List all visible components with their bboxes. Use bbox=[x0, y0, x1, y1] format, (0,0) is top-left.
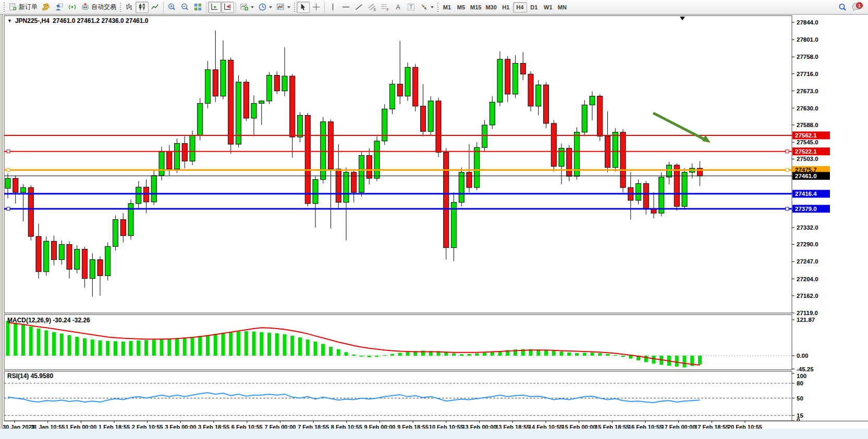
timeframe-m5-button[interactable]: M5 bbox=[454, 2, 468, 12]
candle-body-bull bbox=[313, 180, 318, 204]
notifications-icon: 1 bbox=[851, 2, 864, 12]
macd-histogram-bar bbox=[160, 339, 164, 356]
macd-histogram-bar bbox=[698, 356, 702, 365]
macd-histogram-bar bbox=[144, 340, 148, 356]
candle-body-bull bbox=[390, 84, 395, 109]
macd-histogram-bar bbox=[552, 350, 556, 356]
timeframe-h1-button[interactable]: H1 bbox=[499, 2, 513, 12]
line-chart-icon bbox=[151, 3, 160, 11]
candle-body-bear bbox=[97, 260, 103, 276]
chart-canvas[interactable]: 27844.027801.027758.027716.027673.027630… bbox=[0, 15, 868, 439]
periods-button[interactable] bbox=[256, 2, 274, 13]
fibonacci-button[interactable]: F bbox=[378, 2, 392, 13]
candle bbox=[497, 51, 503, 106]
timeframe-mn-button[interactable]: MN bbox=[555, 2, 569, 12]
line-anchor-handle[interactable] bbox=[7, 168, 10, 171]
crosshair-icon bbox=[312, 3, 321, 11]
macd-histogram-bar bbox=[14, 323, 17, 356]
candle-body-bull bbox=[21, 187, 26, 192]
candlestick-chart-button[interactable] bbox=[136, 2, 149, 13]
crosshair-button[interactable] bbox=[310, 2, 323, 13]
toolbar-grip bbox=[437, 2, 439, 12]
candle-body-bull bbox=[428, 101, 433, 131]
macd-histogram-bar bbox=[121, 342, 125, 356]
horizontal-line-icon bbox=[341, 3, 350, 11]
candle-body-bear bbox=[421, 106, 426, 131]
text-tool-button[interactable]: A bbox=[392, 2, 405, 13]
macd-histogram-bar bbox=[652, 356, 656, 363]
macd-histogram-bar bbox=[68, 335, 71, 356]
chart-symbol-period: JPN225-,H4 bbox=[15, 17, 50, 24]
candle-body-bear bbox=[567, 148, 572, 177]
zoom-in-button[interactable] bbox=[165, 2, 178, 13]
macd-histogram-bar bbox=[398, 353, 402, 356]
candle-body-bear bbox=[544, 85, 549, 123]
macd-histogram-bar bbox=[567, 353, 571, 356]
timeframe-m1-button[interactable]: M1 bbox=[440, 2, 454, 12]
candle-body-bull bbox=[482, 125, 487, 147]
search-button[interactable] bbox=[836, 2, 849, 13]
candle bbox=[459, 168, 464, 207]
candle bbox=[582, 100, 587, 136]
arrows-tool-button[interactable] bbox=[418, 2, 436, 13]
add-indicator-button[interactable] bbox=[238, 2, 256, 13]
label-tool-button[interactable]: T bbox=[405, 2, 418, 13]
line-anchor-handle[interactable] bbox=[7, 150, 10, 153]
candle-body-bear bbox=[82, 249, 88, 279]
macd-histogram-bar bbox=[321, 344, 325, 356]
signal-icon bbox=[68, 3, 77, 11]
line-anchor-handle[interactable] bbox=[7, 207, 10, 210]
price-axis[interactable] bbox=[792, 15, 868, 421]
label-tool-icon: T bbox=[407, 3, 415, 11]
tile-windows-button[interactable] bbox=[191, 2, 204, 13]
candle-body-bull bbox=[344, 172, 349, 203]
dropdown-caret bbox=[287, 6, 290, 8]
new-order-icon bbox=[8, 3, 17, 11]
main-pane bbox=[4, 16, 792, 313]
macd-histogram-bar bbox=[237, 332, 240, 356]
rsi-indicator-label: RSI(14) 45.9580 bbox=[7, 372, 53, 380]
notifications-button[interactable]: 1 bbox=[849, 2, 866, 13]
line-chart-button[interactable] bbox=[149, 2, 162, 13]
timeframe-m15-button[interactable]: M15 bbox=[468, 2, 483, 12]
timeframe-h4-button[interactable]: H4 bbox=[513, 2, 527, 12]
line-anchor-handle[interactable] bbox=[786, 150, 789, 153]
macd-histogram-bar bbox=[106, 341, 109, 356]
macd-histogram-bar bbox=[591, 353, 594, 356]
chart-shift-button[interactable] bbox=[208, 2, 221, 13]
horizontal-line-button[interactable] bbox=[339, 2, 352, 13]
macd-histogram-bar bbox=[306, 340, 310, 356]
collapse-triangle-icon[interactable]: ▼ bbox=[7, 18, 12, 24]
timeframe-d1-button[interactable]: D1 bbox=[527, 2, 541, 12]
arrows-tool-icon bbox=[420, 3, 429, 11]
candle-body-bull bbox=[251, 103, 256, 118]
cursor-button[interactable] bbox=[297, 2, 310, 13]
bar-chart-button[interactable] bbox=[123, 2, 136, 13]
signal-button[interactable] bbox=[66, 2, 79, 13]
channel-button[interactable]: E bbox=[365, 2, 378, 13]
line-anchor-handle[interactable] bbox=[786, 207, 789, 210]
toolbar-grip bbox=[3, 2, 5, 12]
market-depth-button[interactable] bbox=[40, 2, 53, 13]
auto-scroll-icon bbox=[223, 3, 232, 11]
vertical-line-button[interactable] bbox=[326, 2, 339, 13]
timeframe-w1-button[interactable]: W1 bbox=[541, 2, 555, 12]
trendline-button[interactable] bbox=[352, 2, 365, 13]
new-order-button[interactable]: 新订单 bbox=[6, 2, 40, 13]
candle bbox=[321, 117, 326, 184]
auto-trading-button[interactable]: 自动交易 bbox=[79, 2, 118, 13]
macd-histogram-bar bbox=[460, 354, 463, 356]
candle-body-bull bbox=[159, 152, 164, 175]
candle-body-bear bbox=[13, 178, 18, 192]
timeframe-m30-button[interactable]: M30 bbox=[483, 2, 498, 12]
data-window-button[interactable] bbox=[53, 2, 66, 13]
auto-scroll-button[interactable] bbox=[221, 2, 234, 13]
candle-body-bull bbox=[321, 122, 326, 180]
candle-body-bull bbox=[497, 59, 503, 102]
macd-histogram-bar bbox=[260, 332, 263, 356]
candle-body-bear bbox=[505, 59, 510, 94]
template-button[interactable] bbox=[274, 2, 292, 13]
line-anchor-handle[interactable] bbox=[786, 168, 789, 171]
macd-histogram-bar bbox=[544, 350, 548, 356]
zoom-out-button[interactable] bbox=[178, 2, 191, 13]
